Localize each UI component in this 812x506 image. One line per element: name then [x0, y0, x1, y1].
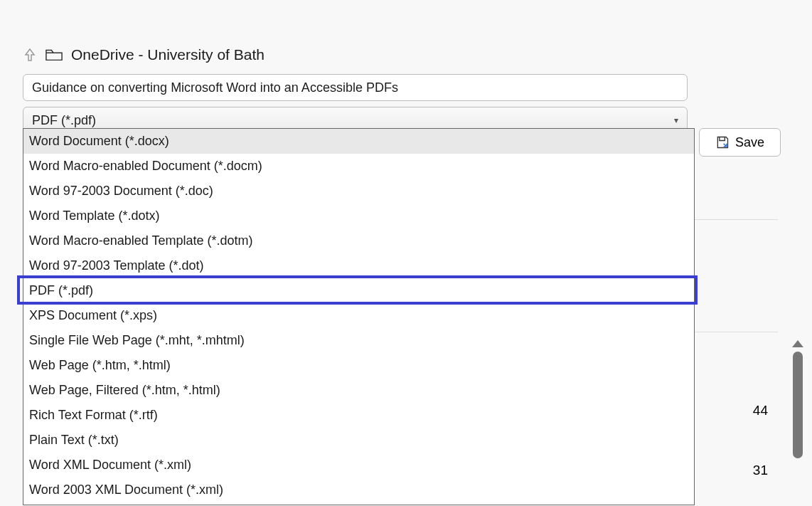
breadcrumb: OneDrive - University of Bath	[23, 44, 688, 65]
bg-number: 31	[753, 463, 768, 478]
chevron-down-icon: ▾	[674, 115, 678, 125]
bg-number: 44	[753, 403, 768, 418]
file-type-option[interactable]: Word 97-2003 Document (*.doc)	[23, 179, 694, 204]
file-type-option[interactable]: Word Macro-enabled Document (*.docm)	[23, 154, 694, 179]
file-type-option[interactable]: Rich Text Format (*.rtf)	[23, 403, 694, 428]
scrollbar[interactable]	[791, 340, 805, 497]
save-as-dialog: OneDrive - University of Bath PDF (*.pdf…	[23, 44, 688, 134]
scroll-up-icon[interactable]	[792, 340, 803, 347]
file-type-option[interactable]: Word 97-2003 Template (*.dot)	[23, 253, 694, 278]
save-icon	[715, 135, 730, 149]
file-type-option[interactable]: Word XML Document (*.xml)	[23, 453, 694, 478]
file-type-option[interactable]: Web Page (*.htm, *.html)	[23, 353, 694, 378]
file-type-option[interactable]: Word Macro-enabled Template (*.dotm)	[23, 228, 694, 253]
file-type-dropdown[interactable]: Word Document (*.docx)Word Macro-enabled…	[23, 128, 695, 505]
file-type-option[interactable]: PDF (*.pdf)	[23, 278, 694, 303]
file-type-option[interactable]: Web Page, Filtered (*.htm, *.html)	[23, 378, 694, 403]
filename-input[interactable]	[23, 74, 688, 101]
location-label[interactable]: OneDrive - University of Bath	[71, 46, 265, 63]
folder-icon	[46, 48, 63, 62]
save-button[interactable]: Save	[699, 128, 781, 157]
up-arrow-icon[interactable]	[23, 48, 37, 62]
file-type-option[interactable]: Word Template (*.dotx)	[23, 204, 694, 228]
file-type-option[interactable]: Word Document (*.docx)	[23, 129, 694, 154]
scrollbar-thumb[interactable]	[793, 352, 803, 458]
file-type-option[interactable]: XPS Document (*.xps)	[23, 303, 694, 328]
file-type-option[interactable]: Word 2003 XML Document (*.xml)	[23, 478, 694, 502]
file-type-option[interactable]: Plain Text (*.txt)	[23, 428, 694, 453]
file-type-option[interactable]: Single File Web Page (*.mht, *.mhtml)	[23, 328, 694, 353]
file-type-selected-label: PDF (*.pdf)	[32, 113, 96, 128]
file-type-option[interactable]: Strict Open XML Document (*.docx)	[23, 502, 694, 505]
save-button-label: Save	[735, 135, 764, 150]
